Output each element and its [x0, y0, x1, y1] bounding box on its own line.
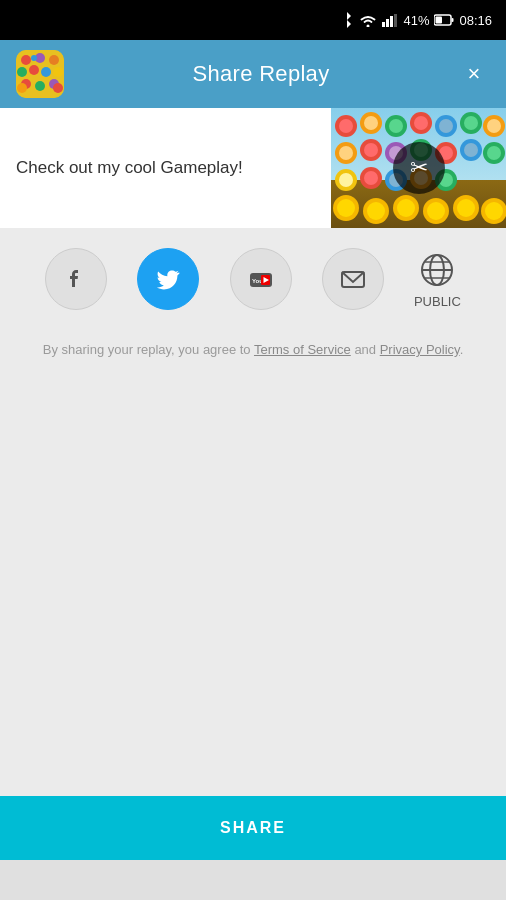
twitter-icon — [154, 265, 182, 293]
svg-point-66 — [427, 202, 445, 220]
svg-point-50 — [339, 173, 353, 187]
share-action-button[interactable]: SHARE — [0, 796, 506, 860]
svg-rect-1 — [386, 19, 389, 27]
svg-point-60 — [337, 199, 355, 217]
svg-point-24 — [364, 116, 378, 130]
svg-point-70 — [485, 202, 503, 220]
svg-point-32 — [464, 116, 478, 130]
svg-point-22 — [339, 119, 353, 133]
svg-point-48 — [487, 146, 501, 160]
svg-rect-3 — [394, 14, 397, 27]
svg-point-68 — [457, 199, 475, 217]
facebook-share-button[interactable] — [45, 248, 107, 310]
email-share-button[interactable] — [322, 248, 384, 310]
youtube-circle: You — [230, 248, 292, 310]
svg-point-11 — [17, 67, 27, 77]
svg-point-10 — [49, 55, 59, 65]
svg-point-52 — [364, 171, 378, 185]
privacy-policy-link[interactable]: Privacy Policy — [380, 342, 460, 357]
terms-text: By sharing your replay, you agree to Ter… — [30, 340, 476, 360]
twitter-circle — [137, 248, 199, 310]
message-area: Check out my cool Gameplay! — [0, 108, 331, 228]
svg-point-38 — [364, 143, 378, 157]
svg-point-18 — [31, 55, 37, 61]
svg-rect-2 — [390, 16, 393, 27]
signal-icon — [382, 14, 398, 27]
public-label: PUBLIC — [414, 294, 461, 309]
bluetooth-icon — [340, 12, 354, 28]
email-circle — [322, 248, 384, 310]
svg-point-14 — [53, 67, 63, 77]
email-icon — [339, 265, 367, 293]
message-text: Check out my cool Gameplay! — [16, 156, 243, 180]
close-button[interactable]: × — [458, 58, 490, 90]
bottom-bar — [0, 860, 506, 900]
public-visibility-selector[interactable]: PUBLIC — [414, 250, 461, 309]
svg-point-20 — [53, 83, 63, 93]
battery-icon — [434, 14, 454, 26]
svg-point-26 — [389, 119, 403, 133]
terms-area: By sharing your replay, you agree to Ter… — [0, 330, 506, 380]
facebook-icon — [62, 265, 90, 293]
svg-point-34 — [487, 119, 501, 133]
svg-point-46 — [464, 143, 478, 157]
youtube-share-button[interactable]: You — [230, 248, 292, 310]
youtube-icon: You — [247, 265, 275, 293]
svg-rect-0 — [382, 22, 385, 27]
svg-point-30 — [439, 119, 453, 133]
wifi-icon — [359, 14, 377, 27]
svg-point-12 — [29, 65, 39, 75]
status-bar: 41% 08:16 — [0, 0, 506, 40]
facebook-circle — [45, 248, 107, 310]
svg-point-8 — [21, 55, 31, 65]
svg-point-36 — [339, 146, 353, 160]
dialog-title: Share Replay — [64, 61, 458, 87]
svg-rect-5 — [452, 18, 454, 22]
status-icons: 41% 08:16 — [340, 12, 492, 28]
svg-point-13 — [41, 67, 51, 77]
terms-of-service-link[interactable]: Terms of Service — [254, 342, 351, 357]
svg-point-28 — [414, 116, 428, 130]
battery-text: 41% — [403, 13, 429, 28]
content-area: Check out my cool Gameplay! — [0, 108, 506, 228]
dialog-container: Share Replay × Check out my cool Gamepla… — [0, 40, 506, 900]
app-icon — [16, 50, 64, 98]
svg-rect-6 — [436, 17, 443, 24]
time-text: 08:16 — [459, 13, 492, 28]
game-thumbnail: ✂ — [331, 108, 506, 228]
scissors-overlay: ✂ — [393, 142, 445, 194]
share-options: You — [0, 228, 506, 330]
svg-point-62 — [367, 202, 385, 220]
globe-icon — [417, 250, 457, 290]
svg-point-64 — [397, 199, 415, 217]
svg-point-16 — [35, 81, 45, 91]
twitter-share-button[interactable] — [137, 248, 199, 310]
content-spacer — [0, 380, 506, 797]
svg-point-19 — [17, 83, 27, 93]
dialog-header: Share Replay × — [0, 40, 506, 108]
